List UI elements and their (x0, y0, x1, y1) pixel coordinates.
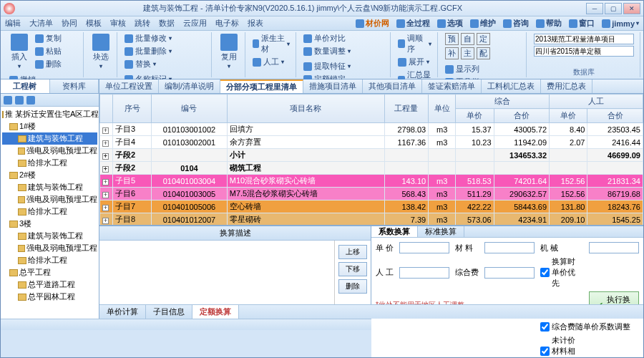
tree-node[interactable]: 建筑与装饰工程 (2, 230, 97, 242)
chk-price-first[interactable]: 换算时单价优先 (540, 256, 583, 289)
tree-node[interactable]: 给排水工程 (2, 205, 97, 218)
laborgen-button[interactable]: 派生主材▾ (251, 32, 292, 55)
menu-list[interactable]: 大清单 (29, 18, 53, 29)
table-row[interactable]: +子目5010401003004M10混合砂浆砌实心砖墙143.10m3518.… (100, 175, 643, 188)
chk-mat-adj[interactable]: 未计价材料相应调整 (540, 335, 583, 358)
tab-project-tree[interactable]: 工程树 (1, 79, 50, 93)
tab-coef-conv[interactable]: 系数换算 (371, 226, 418, 237)
showcol-button[interactable]: 显示列 (444, 63, 489, 75)
col-qty[interactable]: 工程量 (384, 95, 428, 123)
movedown-button[interactable]: 下移 (338, 262, 367, 276)
menu-report[interactable]: 报表 (248, 18, 263, 29)
link-maint[interactable]: 维护 (470, 18, 496, 29)
table-row[interactable]: +子目8010401012007零星砌砖7.39m3573.064234.912… (100, 213, 643, 226)
btab-price-calc[interactable]: 单价计算 (99, 305, 146, 319)
menu-template[interactable]: 模板 (86, 18, 102, 29)
link-options[interactable]: 选项 (437, 18, 463, 29)
input-labor[interactable] (399, 267, 449, 279)
order-button[interactable]: 调顺序▾ (396, 32, 433, 55)
user-menu[interactable]: jimmy▾ (602, 19, 639, 28)
mode-b[interactable]: 补主配 (444, 47, 492, 60)
batchmod-button[interactable]: 批量修改▾ (123, 32, 173, 44)
subtab-other[interactable]: 其他项目清单 (363, 79, 422, 93)
tree-node[interactable]: 建筑与装饰工程 (2, 181, 97, 193)
btab-quota-conv[interactable]: 定额换算 (192, 305, 239, 319)
tree-node[interactable]: 给排水工程 (2, 157, 97, 169)
input-material[interactable] (484, 242, 535, 253)
copy-button[interactable]: 复制 (34, 32, 63, 44)
col-labor-up[interactable]: 单价 (550, 109, 587, 123)
project-tree[interactable]: 推 某拆迁安置住宅A区工程1#楼建筑与装饰工程强电及弱电预埋工程给排水工程2#楼… (1, 107, 99, 319)
link-help[interactable]: 帮助 (536, 18, 562, 29)
delete-button[interactable]: 删除 (34, 58, 63, 70)
col-name[interactable]: 项目名称 (227, 95, 384, 123)
menu-collab[interactable]: 协同 (62, 18, 77, 29)
table-row[interactable]: +子目3010103001002回填方2798.03m315.3743005.7… (100, 123, 643, 136)
input-comp[interactable] (484, 267, 535, 279)
delete-conv-button[interactable]: 删除 (338, 279, 367, 294)
tree-tool3-icon[interactable] (26, 96, 35, 105)
tree-node[interactable]: 强电及弱电预埋工程 (2, 242, 97, 254)
feature-button[interactable]: 提取特征▾ (302, 60, 352, 72)
tree-tool1-icon[interactable] (4, 96, 12, 105)
tree-tool2-icon[interactable] (15, 96, 24, 105)
tree-node[interactable]: 总平工程 (2, 266, 97, 279)
data-grid[interactable]: 序号 编号 项目名称 工程量 单位 综合 人工 单价 合价 单价 合价 +子目3… (99, 94, 643, 226)
col-labor[interactable]: 人工 (550, 95, 643, 109)
subtab-claim[interactable]: 签证索赔清单 (422, 79, 482, 93)
col-seq[interactable]: 序号 (113, 95, 152, 123)
tree-node[interactable]: 2#楼 (2, 169, 97, 181)
subtab-measure[interactable]: 措施项目清单 (303, 79, 363, 93)
link-price[interactable]: 材价网 (356, 18, 389, 29)
btab-item-info[interactable]: 子目信息 (146, 305, 192, 319)
input-unitprice[interactable] (399, 242, 449, 253)
conv-desc-list[interactable] (99, 241, 335, 304)
col-comp[interactable]: 综合 (456, 95, 550, 109)
menu-cloud[interactable]: 云应用 (183, 18, 207, 29)
tree-node[interactable]: 强电及弱电预埋工程 (2, 193, 97, 205)
tree-node[interactable]: 给排水工程 (2, 254, 97, 266)
tree-node[interactable]: 总平道路工程 (2, 279, 97, 291)
col-comp-tp[interactable]: 合价 (494, 109, 549, 123)
replace-button[interactable]: 替换▾ (123, 58, 173, 70)
tree-node[interactable]: 总平园林工程 (2, 291, 97, 303)
chk-comp-adj[interactable]: 综合费随单价系数调整 (540, 321, 639, 332)
table-row[interactable]: +子目4010103002001余方弃置1167.36m310.2311942.… (100, 136, 643, 149)
tree-node[interactable]: 1#楼 (2, 120, 97, 132)
subtab-itemlist[interactable]: 分部分项工程里清单 (220, 79, 303, 93)
col-comp-up[interactable]: 单价 (456, 109, 494, 123)
expand-button[interactable]: 展开▾ (396, 56, 433, 68)
labor-button[interactable]: 人工▾ (251, 56, 292, 68)
table-row[interactable]: +子目6010401003005M7.5混合砂浆砌实心砖墙568.43m3511… (100, 188, 643, 200)
menu-ebid[interactable]: 电子标 (215, 18, 239, 29)
project-quota-select[interactable] (534, 46, 634, 57)
subtab-unit-settings[interactable]: 单位工程设置 (99, 79, 159, 93)
menu-jump[interactable]: 跳转 (135, 18, 150, 29)
paste-button[interactable]: 粘贴 (34, 45, 63, 57)
minimize-button[interactable]: ─ (586, 3, 603, 14)
table-row[interactable]: +子目7010401005006空心砖墙138.42m3422.2258443.… (100, 200, 643, 213)
table-row[interactable]: +子段20104砌筑工程 (100, 162, 643, 175)
link-process[interactable]: 全过程 (396, 18, 430, 29)
table-row[interactable]: +子段2小计134653.3246699.09 (100, 149, 643, 162)
tree-node[interactable]: 建筑与装饰工程 (2, 132, 97, 145)
col-labor-tp[interactable]: 合价 (587, 109, 643, 123)
moveup-button[interactable]: 上移 (338, 245, 367, 259)
col-unit[interactable]: 单位 (429, 95, 456, 123)
subtab-desc[interactable]: 编制/清单说明 (159, 79, 220, 93)
menu-edit[interactable]: 编辑 (5, 18, 21, 29)
qty-button[interactable]: 数量调整▾ (302, 45, 352, 57)
close-button[interactable]: ✕ (623, 3, 640, 14)
maximize-button[interactable]: ▢ (605, 3, 622, 14)
tab-resource-lib[interactable]: 资料库 (50, 79, 99, 93)
tree-node[interactable]: 推 某拆迁安置住宅A区工程 (2, 108, 97, 120)
tab-std-conv[interactable]: 标准换算 (418, 226, 464, 237)
block-button[interactable]: 块选▾ (89, 32, 112, 71)
link-window[interactable]: 窗口 (569, 18, 595, 29)
col-code[interactable]: 编号 (152, 95, 228, 123)
input-machine[interactable] (589, 242, 639, 253)
batchdel-button[interactable]: 批量删除▾ (123, 45, 173, 57)
subtab-material[interactable]: 工料机汇总表 (482, 79, 541, 93)
project-template-select[interactable] (534, 34, 634, 44)
tree-node[interactable]: 强电及弱电预埋工程 (2, 145, 97, 157)
